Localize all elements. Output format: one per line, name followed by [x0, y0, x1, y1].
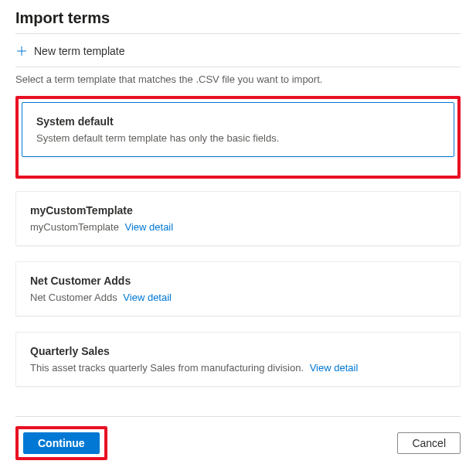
template-title: Quarterly Sales — [30, 345, 446, 357]
divider — [15, 33, 461, 34]
cancel-button[interactable]: Cancel — [397, 432, 461, 454]
template-title: myCustomTemplate — [30, 204, 446, 217]
template-card-quarterly[interactable]: Quarterly Sales This asset tracks quarte… — [15, 332, 461, 387]
template-title: System default — [36, 115, 440, 128]
template-desc: myCustomTemplate View detail — [30, 221, 446, 233]
template-card-custom[interactable]: myCustomTemplate myCustomTemplate View d… — [15, 191, 461, 246]
template-desc: Net Customer Adds View detail — [30, 292, 446, 303]
template-card-system-default[interactable]: System default System default term templ… — [22, 102, 454, 157]
template-desc-text: This asset tracks quarterly Sales from m… — [30, 362, 304, 374]
view-detail-link[interactable]: View detail — [123, 292, 172, 303]
template-desc: This asset tracks quarterly Sales from m… — [30, 362, 446, 374]
footer-bar: Continue Cancel — [15, 416, 461, 460]
highlight-box-continue: Continue — [15, 426, 107, 460]
view-detail-link[interactable]: View detail — [310, 362, 359, 374]
template-desc-text: myCustomTemplate — [30, 221, 119, 233]
divider — [15, 67, 461, 67]
template-desc-text: Net Customer Adds — [30, 292, 117, 303]
view-detail-link[interactable]: View detail — [125, 221, 174, 233]
new-term-template-button[interactable]: New term template — [15, 40, 461, 62]
continue-button[interactable]: Continue — [23, 432, 100, 454]
template-desc: System default term template has only th… — [36, 132, 440, 144]
highlight-box-selected-template: System default System default term templ… — [15, 96, 461, 179]
instruction-text: Select a term template that matches the … — [15, 73, 461, 85]
template-card-net-customer[interactable]: Net Customer Adds Net Customer Adds View… — [15, 261, 461, 316]
page-title: Import terms — [15, 9, 461, 27]
new-term-template-label: New term template — [34, 45, 124, 57]
template-title: Net Customer Adds — [30, 275, 446, 287]
plus-icon — [15, 45, 28, 57]
